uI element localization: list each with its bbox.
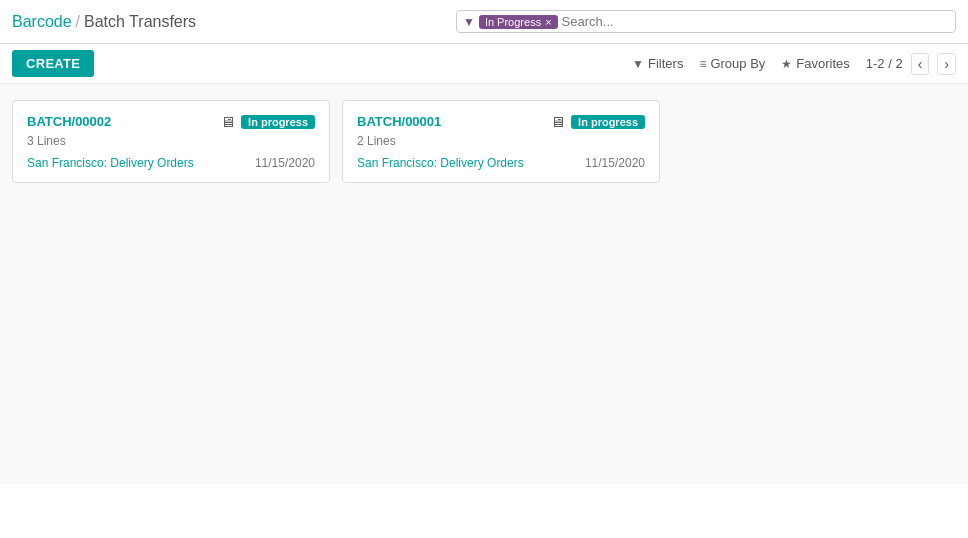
card-header-right: 🖥 In progress — [220, 113, 315, 130]
breadcrumb-current: Batch Transfers — [84, 13, 196, 31]
search-input[interactable] — [562, 14, 949, 29]
main-content: BATCH/00002 🖥 In progress 3 Lines San Fr… — [0, 84, 968, 484]
card-footer: San Francisco: Delivery Orders 11/15/202… — [27, 156, 315, 170]
filters-label: Filters — [648, 56, 683, 71]
card-header: BATCH/00001 🖥 In progress — [357, 113, 645, 130]
breadcrumb-barcode-link[interactable]: Barcode — [12, 13, 72, 31]
filters-icon: ▼ — [632, 57, 644, 71]
controls-bar: CREATE ▼ Filters ≡ Group By ★ Favorites … — [0, 44, 968, 84]
monitor-icon: 🖥 — [220, 113, 235, 130]
card-date: 11/15/2020 — [585, 156, 645, 170]
breadcrumb-separator: / — [76, 13, 80, 31]
status-badge: In progress — [571, 115, 645, 129]
card-footer: San Francisco: Delivery Orders 11/15/202… — [357, 156, 645, 170]
search-bar[interactable]: ▼ In Progress × — [456, 10, 956, 33]
card-id: BATCH/00001 — [357, 114, 441, 129]
filter-funnel-icon: ▼ — [463, 15, 475, 29]
prev-page-button[interactable]: ‹ — [911, 53, 930, 75]
card-location: San Francisco: Delivery Orders — [357, 156, 524, 170]
favorites-control[interactable]: ★ Favorites — [781, 56, 849, 71]
groupby-icon: ≡ — [699, 57, 706, 71]
card-location: San Francisco: Delivery Orders — [27, 156, 194, 170]
monitor-icon: 🖥 — [550, 113, 565, 130]
top-header: Barcode / Batch Transfers ▼ In Progress … — [0, 0, 968, 44]
favorites-label: Favorites — [796, 56, 849, 71]
batch-card[interactable]: BATCH/00001 🖥 In progress 2 Lines San Fr… — [342, 100, 660, 183]
breadcrumb: Barcode / Batch Transfers — [12, 13, 196, 31]
filters-control[interactable]: ▼ Filters — [632, 56, 683, 71]
card-date: 11/15/2020 — [255, 156, 315, 170]
search-area: ▼ In Progress × — [456, 10, 956, 33]
favorites-star-icon: ★ — [781, 57, 792, 71]
in-progress-tag: In Progress × — [479, 15, 558, 29]
next-page-button[interactable]: › — [937, 53, 956, 75]
card-header-right: 🖥 In progress — [550, 113, 645, 130]
cards-grid: BATCH/00002 🖥 In progress 3 Lines San Fr… — [12, 100, 956, 183]
card-lines: 3 Lines — [27, 134, 315, 148]
card-header: BATCH/00002 🖥 In progress — [27, 113, 315, 130]
create-button[interactable]: CREATE — [12, 50, 94, 77]
batch-card[interactable]: BATCH/00002 🖥 In progress 3 Lines San Fr… — [12, 100, 330, 183]
pagination-text: 1-2 / 2 — [866, 56, 903, 71]
groupby-control[interactable]: ≡ Group By — [699, 56, 765, 71]
card-lines: 2 Lines — [357, 134, 645, 148]
controls-right: ▼ Filters ≡ Group By ★ Favorites 1-2 / 2… — [632, 53, 956, 75]
tag-close-icon[interactable]: × — [545, 16, 551, 28]
status-badge: In progress — [241, 115, 315, 129]
card-id: BATCH/00002 — [27, 114, 111, 129]
groupby-label: Group By — [710, 56, 765, 71]
tag-label: In Progress — [485, 16, 541, 28]
pagination: 1-2 / 2 ‹ › — [866, 53, 956, 75]
